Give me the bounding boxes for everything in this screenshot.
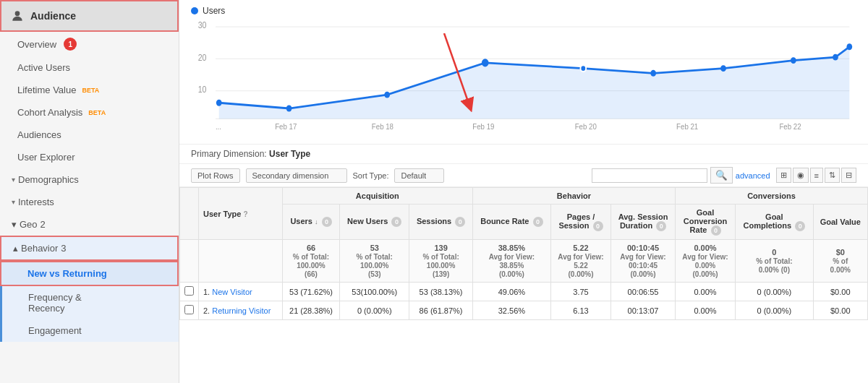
total-users-sub: % of Total:100.00%(66) bbox=[293, 253, 329, 278]
user-type-help-icon[interactable]: ? bbox=[243, 210, 247, 218]
row1-goal-val-cell: $0.00 bbox=[813, 283, 867, 301]
row1-bounce: 49.06% bbox=[498, 288, 525, 296]
svg-text:20: 20 bbox=[198, 53, 207, 62]
advanced-link[interactable]: advanced bbox=[736, 171, 770, 180]
sidebar-item-active-users[interactable]: Active Users bbox=[0, 56, 179, 79]
row1-checkbox[interactable] bbox=[184, 286, 194, 296]
total-sessions-sub: % of Total:100.00%(139) bbox=[422, 253, 459, 278]
svg-point-13 bbox=[580, 65, 586, 72]
users-sort-icon: ↓ bbox=[315, 218, 318, 225]
data-table-wrapper: User Type ? Acquisition Behavior Convers… bbox=[179, 187, 868, 383]
row2-checkbox[interactable] bbox=[184, 305, 194, 314]
sidebar-item-new-vs-returning[interactable]: New vs Returning bbox=[0, 261, 179, 286]
col-header-goal-val[interactable]: Goal Value bbox=[813, 205, 867, 240]
view-table-button[interactable]: ⊟ bbox=[841, 168, 856, 183]
col-group-behavior: Behavior bbox=[472, 188, 675, 205]
search-input[interactable] bbox=[592, 168, 707, 183]
view-filter-button[interactable]: ⇅ bbox=[825, 168, 840, 183]
filter-row: Plot Rows Secondary dimension Sort Type:… bbox=[179, 164, 868, 187]
col-header-checkbox bbox=[180, 188, 199, 240]
sidebar-item-demographics[interactable]: ▾ Demographics bbox=[0, 168, 179, 191]
row2-sessions-cell: 86 (61.87%) bbox=[409, 301, 472, 320]
row1-user-type-cell: 1. New Visitor bbox=[199, 283, 283, 301]
row2-goal-comp-cell: 0 (0.00%) bbox=[736, 301, 813, 320]
sidebar-item-overview[interactable]: Overview 1 bbox=[0, 32, 179, 56]
plot-rows-button[interactable]: Plot Rows bbox=[191, 168, 240, 183]
row2-new-users: 0 (0.00%) bbox=[357, 306, 392, 315]
bounce-rate-badge: 0 bbox=[533, 217, 543, 227]
svg-point-15 bbox=[720, 65, 726, 72]
row1-goal-val: $0.00 bbox=[830, 288, 851, 296]
row2-goal-conv: 0.00% bbox=[694, 306, 716, 315]
sidebar-item-geo[interactable]: ▾ Geo 2 bbox=[0, 213, 179, 236]
row2-checkbox-cell[interactable] bbox=[180, 301, 199, 320]
svg-point-10 bbox=[286, 106, 292, 112]
total-bounce-value: 38.85% bbox=[498, 244, 525, 252]
col-header-avg-session[interactable]: Avg. SessionDuration 0 bbox=[611, 205, 676, 240]
row2-pages: 6.13 bbox=[573, 306, 588, 315]
svg-text:Feb 20: Feb 20 bbox=[575, 122, 597, 131]
secondary-dimension-select[interactable]: Secondary dimension bbox=[246, 168, 347, 183]
row2-users: 21 (28.38%) bbox=[289, 306, 333, 315]
col-header-bounce-rate[interactable]: Bounce Rate 0 bbox=[472, 205, 550, 240]
total-goal-comp-value: 0 bbox=[772, 248, 776, 257]
row1-goal-comp-cell: 0 (0.00%) bbox=[736, 283, 813, 301]
sidebar-item-interests[interactable]: ▾ Interests bbox=[0, 191, 179, 213]
svg-text:Feb 21: Feb 21 bbox=[676, 122, 698, 131]
svg-point-14 bbox=[650, 70, 656, 77]
pages-session-badge: 0 bbox=[593, 221, 603, 231]
total-bounce-cell: 38.85% Avg for View:38.85%(0.00%) bbox=[472, 240, 550, 283]
total-goal-conv-value: 0.00% bbox=[694, 244, 716, 252]
svg-point-11 bbox=[384, 92, 390, 98]
search-box: 🔍 advanced ⊞ ◉ ≡ ⇅ ⊟ bbox=[592, 167, 856, 184]
view-grid-button[interactable]: ⊞ bbox=[776, 168, 791, 183]
row1-goal-conv-cell: 0.00% bbox=[675, 283, 735, 301]
svg-point-17 bbox=[833, 54, 838, 61]
search-button[interactable]: 🔍 bbox=[710, 167, 733, 184]
col-header-new-users[interactable]: New Users 0 bbox=[340, 205, 409, 240]
row1-users: 53 (71.62%) bbox=[289, 288, 333, 296]
sidebar-audience-header[interactable]: Audience bbox=[0, 0, 179, 32]
total-goal-val-value: $0 bbox=[836, 248, 845, 257]
overview-label: Overview bbox=[17, 39, 56, 50]
total-avg-session-cell: 00:10:45 Avg for View:00:10:45(0.00%) bbox=[611, 240, 676, 283]
engagement-label: Engagement bbox=[28, 325, 82, 336]
sidebar-item-cohort-analysis[interactable]: Cohort Analysis BETA bbox=[0, 101, 179, 124]
behavior-label: Behavior bbox=[21, 243, 58, 254]
sidebar-header-label: Audience bbox=[30, 10, 76, 22]
col-header-pages-session[interactable]: Pages /Session 0 bbox=[550, 205, 610, 240]
new-users-badge: 0 bbox=[391, 217, 401, 227]
row2-link[interactable]: Returning Visitor bbox=[212, 306, 271, 315]
row1-link[interactable]: New Visitor bbox=[212, 288, 252, 296]
behavior-badge: 3 bbox=[61, 243, 66, 254]
row1-checkbox-cell[interactable] bbox=[180, 283, 199, 301]
view-list-button[interactable]: ≡ bbox=[810, 168, 823, 183]
total-pages-cell: 5.22 Avg for View:5.22(0.00%) bbox=[550, 240, 610, 283]
sidebar-item-audiences[interactable]: Audiences bbox=[0, 124, 179, 146]
col-header-users[interactable]: Users ↓ 0 bbox=[282, 205, 339, 240]
sidebar-item-lifetime-value[interactable]: Lifetime Value BETA bbox=[0, 79, 179, 101]
chart-svg: 30 20 10 bbox=[191, 19, 856, 131]
col-header-sessions[interactable]: Sessions 0 bbox=[409, 205, 472, 240]
row1-users-cell: 53 (71.62%) bbox=[282, 283, 339, 301]
col-header-goal-conv[interactable]: GoalConversionRate 0 bbox=[675, 205, 735, 240]
sidebar-item-frequency-recency[interactable]: Frequency &Recency bbox=[0, 286, 179, 319]
total-bounce-sub: Avg for View:38.85%(0.00%) bbox=[489, 253, 535, 278]
sidebar-item-engagement[interactable]: Engagement bbox=[0, 319, 179, 342]
users-badge: 0 bbox=[322, 217, 332, 227]
lifetime-beta-label: BETA bbox=[82, 87, 99, 94]
view-pie-button[interactable]: ◉ bbox=[793, 168, 809, 183]
col-header-goal-comp[interactable]: GoalCompletions 0 bbox=[736, 205, 813, 240]
row1-num: 1. bbox=[203, 288, 212, 296]
sidebar-item-user-explorer[interactable]: User Explorer bbox=[0, 146, 179, 168]
primary-dimension-bar: Primary Dimension: User Type bbox=[179, 145, 868, 164]
data-table: User Type ? Acquisition Behavior Convers… bbox=[179, 187, 868, 320]
total-checkbox-cell bbox=[180, 240, 199, 283]
legend-dot-users bbox=[191, 7, 198, 14]
sort-type-select[interactable]: Default bbox=[394, 168, 444, 183]
geo-arrow: ▾ bbox=[12, 219, 17, 230]
total-goal-conv-sub: Avg for View:0.00%(0.00%) bbox=[682, 253, 728, 278]
row2-num: 2. bbox=[203, 306, 212, 315]
total-sessions-cell: 139 % of Total:100.00%(139) bbox=[409, 240, 472, 283]
sidebar-item-behavior[interactable]: ▴ Behavior 3 bbox=[0, 236, 179, 261]
